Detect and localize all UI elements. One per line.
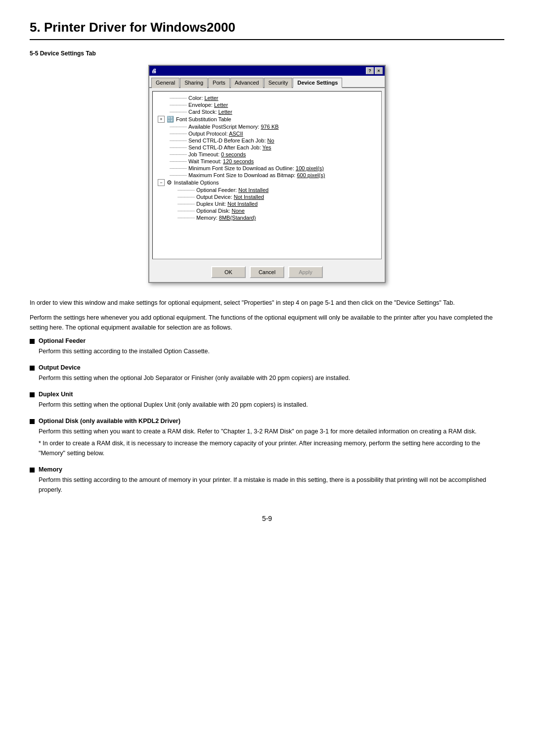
tree-item-duplex-unit: ───── Duplex Unit: Not Installed — [156, 200, 378, 207]
tree-item-installable: − ⚙ Installable Options — [156, 179, 378, 187]
tab-device-settings[interactable]: Device Settings — [293, 78, 342, 88]
tree-dashes: ───── — [178, 201, 194, 207]
tree-item-envelope: ───── Envelope: Letter — [156, 101, 378, 108]
tree-label: Font Substitution Table — [176, 116, 231, 122]
tree-label: Send CTRL-D After Each Job: Yes — [188, 144, 271, 150]
help-button[interactable]: ? — [366, 67, 374, 74]
dialog-buttons: OK Cancel Apply — [149, 262, 385, 282]
tree-label: Duplex Unit: Not Installed — [196, 201, 258, 207]
tree-dashes: ───── — [170, 124, 186, 130]
tree-item-ps-memory: ───── Available PostScript Memory: 976 K… — [156, 123, 378, 130]
font-icon: 🔡 — [167, 116, 174, 123]
tree-item-max-font: ───── Maximum Font Size to Download as B… — [156, 172, 378, 179]
tree-dashes: ───── — [170, 102, 186, 108]
tabs-row: General Sharing Ports Advanced Security … — [149, 76, 385, 88]
tree-item-cardstock: ───── Card Stock: Letter — [156, 108, 378, 115]
bullet-title: Memory — [39, 466, 62, 473]
tree-dashes: ───── — [170, 158, 186, 164]
tree-item-output-device: ───── Output Device: Not Installed — [156, 193, 378, 200]
cancel-button[interactable]: Cancel — [250, 266, 284, 278]
tab-general[interactable]: General — [151, 78, 179, 88]
dialog-content[interactable]: ───── Color: Letter ───── Envelope: Lett… — [152, 91, 382, 259]
bullet-icon — [30, 419, 35, 424]
tree-dashes: ───── — [178, 208, 194, 214]
tree-dashes: ───── — [170, 144, 186, 150]
bullet-header: Output Device — [30, 364, 504, 371]
tree-label: Memory: 8MB(Standard) — [196, 215, 256, 221]
tab-sharing[interactable]: Sharing — [180, 78, 208, 88]
close-button[interactable]: × — [375, 67, 383, 74]
tree-dashes: ───── — [170, 151, 186, 157]
tree-dashes: ───── — [170, 109, 186, 115]
dialog-window: 🖨 ? × General Sharing Ports Advanced Sec… — [148, 65, 386, 283]
expand-icon[interactable]: + — [158, 116, 165, 123]
tree-label: Available PostScript Memory: 976 KB — [188, 124, 279, 130]
tree-item-min-font: ───── Minimum Font Size to Download as O… — [156, 165, 378, 172]
tree-label: Job Timeout: 0 seconds — [188, 151, 246, 157]
page-title: 5. Printer Driver for Windows2000 — [30, 20, 504, 40]
tree-item-color: ───── Color: Letter — [156, 94, 378, 101]
tree-dashes: ───── — [170, 131, 186, 137]
bullet-output-device: Output Device Perform this setting when … — [30, 364, 504, 383]
bullet-optional-disk: Optional Disk (only available with KPDL2… — [30, 418, 504, 458]
dialog-icon: 🖨 — [151, 68, 157, 74]
bullet-header: Optional Feeder — [30, 337, 504, 344]
bullet-body: Perform this setting when you want to cr… — [30, 426, 504, 436]
ok-button[interactable]: OK — [211, 266, 246, 278]
bullet-title: Optional Disk (only available with KPDL2… — [39, 418, 180, 425]
bullet-body: Perform this setting according to the am… — [30, 475, 504, 495]
tree-label: Minimum Font Size to Download as Outline… — [188, 165, 324, 171]
tab-advanced[interactable]: Advanced — [230, 78, 264, 88]
tree-item-font-sub: + 🔡 Font Substitution Table — [156, 115, 378, 123]
dialog-wrapper: 🖨 ? × General Sharing Ports Advanced Sec… — [30, 65, 504, 283]
tree-label: Wait Timeout: 120 seconds — [188, 158, 254, 164]
tree-item-wait-timeout: ───── Wait Timeout: 120 seconds — [156, 158, 378, 165]
bullet-icon — [30, 366, 35, 371]
bullet-body: Perform this setting according to the in… — [30, 346, 504, 356]
tree-dashes: ───── — [178, 187, 194, 193]
bullet-optional-feeder: Optional Feeder Perform this setting acc… — [30, 337, 504, 356]
collapse-icon[interactable]: − — [158, 179, 165, 186]
tree-label: Optional Feeder: Not Installed — [196, 187, 268, 193]
tree-dashes: ───── — [170, 172, 186, 178]
apply-button[interactable]: Apply — [288, 266, 323, 278]
bullet-memory: Memory Perform this setting according to… — [30, 466, 504, 495]
gear-icon: ⚙ — [167, 179, 172, 186]
bullet-body: Perform this setting when the optional D… — [30, 400, 504, 410]
tree-item-ctrld-after: ───── Send CTRL-D After Each Job: Yes — [156, 144, 378, 151]
titlebar-buttons: ? × — [366, 67, 383, 74]
tree-dashes: ───── — [170, 165, 186, 171]
tree-label: Output Device: Not Installed — [196, 194, 264, 200]
tree-label: Color: Letter — [188, 95, 219, 101]
tree-item-opt-feeder: ───── Optional Feeder: Not Installed — [156, 187, 378, 193]
tree-label: Maximum Font Size to Download as Bitmap:… — [188, 172, 325, 178]
bullet-header: Duplex Unit — [30, 391, 504, 398]
bullet-icon — [30, 392, 35, 397]
bullet-title: Duplex Unit — [39, 391, 73, 398]
tree-label: Envelope: Letter — [188, 102, 228, 108]
bullet-body: Perform this setting when the optional J… — [30, 373, 504, 383]
bullet-icon — [30, 468, 35, 472]
bullet-icon — [30, 339, 35, 344]
tree-item-output-protocol: ───── Output Protocol: ASCII — [156, 130, 378, 137]
tree-dashes: ───── — [170, 95, 186, 101]
tree-label: Optional Disk: None — [196, 208, 245, 214]
tab-security[interactable]: Security — [264, 78, 293, 88]
tree-item-memory: ───── Memory: 8MB(Standard) — [156, 214, 378, 221]
bullet-header: Optional Disk (only available with KPDL2… — [30, 418, 504, 425]
sub-note: * In order to create a RAM disk, it is n… — [30, 438, 504, 458]
tree-label: Send CTRL-D Before Each Job: No — [188, 138, 274, 143]
bullet-duplex-unit: Duplex Unit Perform this setting when th… — [30, 391, 504, 410]
tree-dashes: ───── — [178, 194, 194, 200]
tree-label: Card Stock: Letter — [188, 109, 232, 115]
page-number: 5-9 — [30, 515, 504, 522]
tab-ports[interactable]: Ports — [208, 78, 230, 88]
tree-dashes: ───── — [178, 215, 194, 221]
tree-item-opt-disk: ───── Optional Disk: None — [156, 207, 378, 214]
tree-label: Installable Options — [174, 180, 219, 186]
bullet-title: Output Device — [39, 364, 81, 371]
bullet-title: Optional Feeder — [39, 337, 86, 344]
bullet-header: Memory — [30, 466, 504, 473]
tree-label: Output Protocol: ASCII — [188, 131, 243, 137]
section-label: 5-5 Device Settings Tab — [30, 50, 504, 57]
